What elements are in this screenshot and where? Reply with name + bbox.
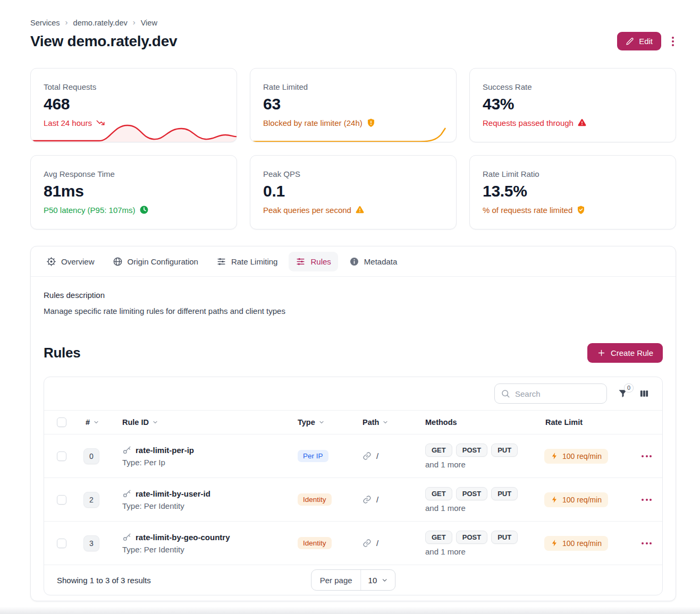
stat-sub-text: P50 latency (P95: 107ms) (44, 206, 136, 215)
stat-value: 81ms (44, 182, 224, 200)
rule-type-line: Type: Per Identity (122, 501, 184, 510)
chevron-right-icon: › (133, 18, 136, 27)
alert-triangle-icon (577, 118, 587, 127)
stat-value: 43% (483, 95, 663, 113)
create-rule-button[interactable]: Create Rule (587, 343, 663, 363)
tab-rules[interactable]: Rules (289, 252, 338, 271)
breadcrumb-service-name[interactable]: demo.rately.dev (73, 19, 128, 27)
rules-description-title: Rules description (44, 291, 663, 300)
rule-path: / (376, 539, 378, 548)
tab-label: Origin Configuration (128, 257, 198, 266)
chevron-down-icon (382, 419, 389, 425)
stat-value: 13.5% (483, 182, 663, 200)
row-actions-button[interactable] (640, 496, 653, 504)
stat-value: 468 (44, 95, 224, 113)
rate-limit-pill: 100 req/min (544, 449, 608, 464)
rule-path: / (376, 451, 378, 461)
edit-button-label: Edit (639, 37, 653, 46)
search-input[interactable] (494, 383, 607, 404)
table-row[interactable]: 0 rate-limit-per-ip Type: Per Ip Per IP … (44, 434, 662, 478)
tab-bar: Overview Origin Configuration Rate Limit… (31, 246, 676, 277)
method-badge: POST (456, 444, 487, 457)
page-title: View demo.rately.dev (30, 33, 177, 50)
table-row[interactable]: 2 rate-limit-by-user-id Type: Per Identi… (44, 478, 662, 522)
rule-type-line: Type: Per Identity (122, 545, 184, 554)
type-badge: Identity (298, 537, 332, 549)
tab-overview[interactable]: Overview (39, 252, 102, 271)
row-actions-button[interactable] (640, 539, 653, 548)
row-checkbox[interactable] (57, 539, 66, 548)
key-icon (122, 489, 131, 498)
row-index-badge: 0 (83, 448, 99, 464)
stat-card-rate-limited: Rate Limited 63 Blocked by rate limiter … (250, 68, 457, 142)
rule-path: / (376, 495, 378, 504)
stat-sub-text: % of requests rate limited (483, 206, 572, 215)
type-badge: Per IP (298, 450, 328, 462)
stat-value: 63 (263, 95, 443, 113)
rule-id: rate-limit-by-geo-country (136, 533, 230, 542)
stat-label: Total Requests (44, 82, 224, 91)
link-icon (362, 451, 372, 461)
sliders-icon (216, 257, 226, 267)
methods-more-text: and 1 more (425, 547, 466, 556)
stat-label: Rate Limit Ratio (483, 169, 663, 178)
row-checkbox[interactable] (57, 451, 66, 461)
globe-icon (113, 257, 123, 267)
service-view-page: Services › demo.rately.dev › View View d… (0, 0, 700, 614)
stat-card-rate-limit-ratio: Rate Limit Ratio 13.5% % of requests rat… (469, 155, 676, 229)
type-badge: Identity (298, 493, 332, 506)
edit-button[interactable]: Edit (617, 32, 661, 50)
method-badge: POST (456, 531, 487, 544)
select-all-checkbox[interactable] (57, 417, 66, 427)
link-icon (362, 495, 372, 504)
column-header-path[interactable]: Path (362, 418, 389, 427)
per-page-select[interactable]: 10 (361, 570, 395, 590)
stat-sub-text: Requests passed through (483, 118, 574, 127)
column-header-number[interactable]: # (86, 418, 99, 427)
bolt-icon (551, 452, 559, 460)
method-badge: GET (425, 531, 452, 544)
bolt-icon (551, 496, 559, 504)
rate-limit-pill: 100 req/min (544, 492, 608, 507)
per-page-label: Per page (311, 570, 361, 590)
tab-label: Rules (310, 257, 331, 266)
stat-label: Peak QPS (263, 169, 443, 178)
rules-heading: Rules (44, 345, 80, 361)
search-icon (501, 389, 510, 400)
stat-card-success-rate: Success Rate 43% Requests passed through (469, 68, 676, 142)
method-badge: POST (456, 487, 487, 500)
methods-more-text: and 1 more (425, 460, 466, 469)
tab-metadata[interactable]: Metadata (342, 252, 404, 271)
tab-rate-limiting[interactable]: Rate Limiting (209, 252, 285, 271)
create-rule-label: Create Rule (611, 348, 653, 357)
service-detail-panel: Overview Origin Configuration Rate Limit… (30, 246, 676, 601)
more-options-button[interactable] (670, 35, 676, 48)
tab-origin-configuration[interactable]: Origin Configuration (106, 252, 205, 271)
stat-label: Rate Limited (263, 82, 443, 91)
row-checkbox[interactable] (57, 495, 66, 505)
pencil-icon (626, 37, 634, 46)
row-index-badge: 2 (83, 492, 99, 508)
column-header-type[interactable]: Type (298, 418, 325, 427)
columns-button[interactable] (639, 388, 650, 399)
method-badge: PUT (491, 444, 518, 457)
methods-more-text: and 1 more (425, 504, 466, 513)
filter-button[interactable]: 0 (618, 388, 628, 399)
stats-grid: Total Requests 468 Last 24 hours Rate Li (30, 68, 676, 229)
table-row[interactable]: 3 rate-limit-by-geo-country Type: Per Id… (44, 522, 662, 565)
method-badge: PUT (491, 531, 518, 544)
stat-label: Avg Response Time (44, 169, 224, 178)
chevron-down-icon (381, 577, 388, 584)
row-actions-button[interactable] (640, 452, 653, 461)
info-circle-icon (349, 257, 359, 267)
column-header-rule-id[interactable]: Rule ID (122, 418, 158, 427)
rules-table: 0 # Rule ID (44, 377, 663, 595)
breadcrumb-services[interactable]: Services (30, 19, 60, 27)
link-icon (362, 539, 372, 548)
method-badge: PUT (491, 487, 518, 500)
rate-limit-pill: 100 req/min (544, 536, 608, 551)
chevron-down-icon (152, 419, 158, 425)
rule-type-line: Type: Per Ip (122, 458, 165, 467)
gauge-icon (46, 257, 56, 267)
method-badge: GET (425, 487, 452, 500)
